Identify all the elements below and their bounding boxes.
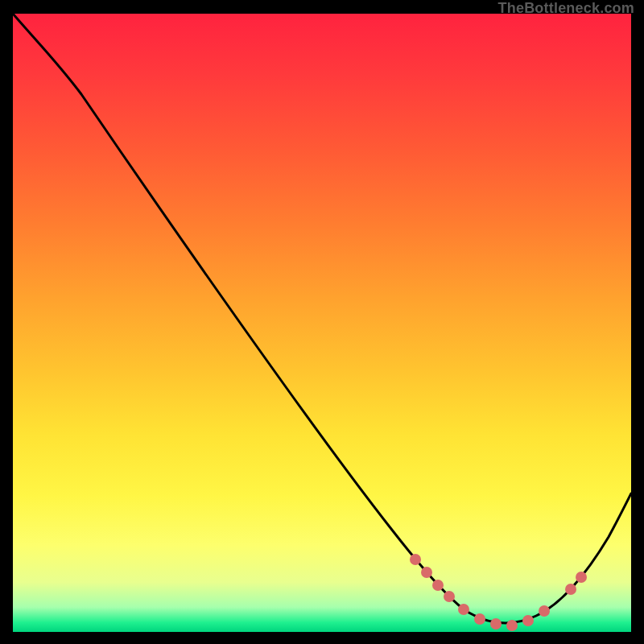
bottleneck-curve-path xyxy=(13,14,631,623)
chart-stage: TheBottleneck.com xyxy=(0,0,644,644)
marker-dot xyxy=(444,591,455,602)
bottleneck-curve-svg xyxy=(13,14,631,632)
marker-dot xyxy=(522,615,534,626)
marker-dot xyxy=(421,567,432,578)
marker-dot xyxy=(576,572,587,583)
optimal-range-markers xyxy=(410,554,587,631)
plot-area xyxy=(13,14,631,632)
marker-dot xyxy=(565,584,576,595)
marker-dot xyxy=(490,618,502,630)
marker-dot xyxy=(506,620,518,631)
marker-dot xyxy=(410,554,421,565)
marker-dot xyxy=(432,580,444,591)
marker-dot xyxy=(474,613,485,625)
marker-dot xyxy=(539,605,550,617)
marker-dot xyxy=(458,604,469,615)
